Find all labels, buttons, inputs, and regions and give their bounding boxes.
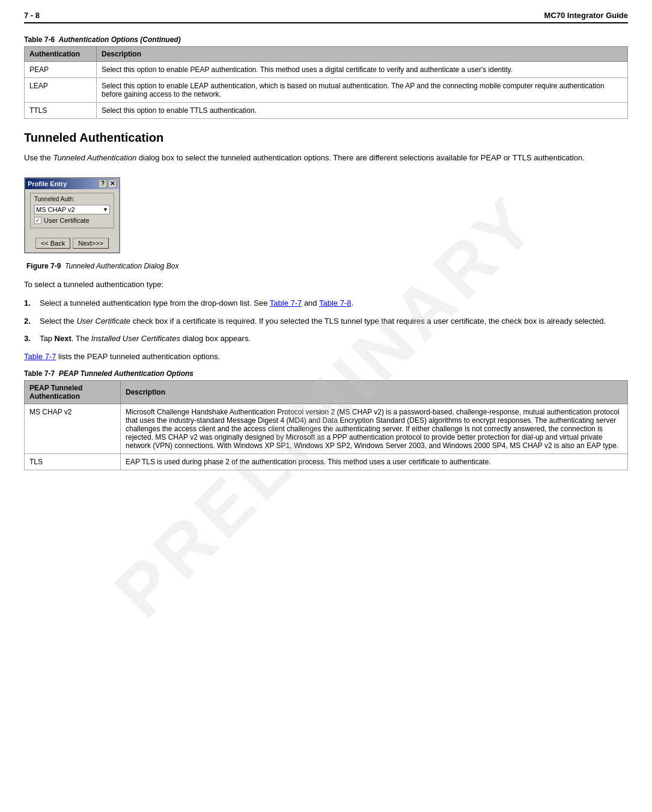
dialog-title: Profile Entry xyxy=(28,180,67,187)
table7-7-link[interactable]: Table 7-7 xyxy=(270,298,302,308)
table7-row1-desc: Microsoft Challenge Handshake Authentica… xyxy=(121,404,628,454)
dialog-footer: << Back Next>>> xyxy=(25,235,119,252)
table6-row1-auth: PEAP xyxy=(25,62,97,78)
table6-col1-header: Authentication xyxy=(25,47,97,62)
table7-row2-desc: EAP TLS is used during phase 2 of the au… xyxy=(121,454,628,470)
table6-row3-desc: Select this option to enable TTLS authen… xyxy=(97,103,628,119)
table7-row2-auth: TLS xyxy=(25,454,121,470)
page-number: 7 - 8 xyxy=(24,11,40,20)
step3-text: Tap Next. The Installed User Certificate… xyxy=(40,333,251,345)
table6: Authentication Description PEAP Select t… xyxy=(24,46,628,119)
dialog-help-button[interactable]: ? xyxy=(99,180,107,188)
back-button[interactable]: << Back xyxy=(35,238,70,249)
table7-col2-header: Description xyxy=(121,381,628,404)
table6-row2-auth: LEAP xyxy=(25,78,97,103)
table7-col1-header: PEAP Tunneled Authentication xyxy=(25,381,121,404)
tunneled-auth-body: Use the Tunneled Authentication dialog b… xyxy=(24,152,628,164)
step1: 1. Select a tunneled authentication type… xyxy=(24,297,628,309)
step2-num: 2. xyxy=(24,315,35,327)
dialog-titlebar-buttons: ? ✕ xyxy=(99,180,117,188)
page-header: 7 - 8 MC70 Integrator Guide xyxy=(24,11,628,23)
instructions-list: 1. Select a tunneled authentication type… xyxy=(24,297,628,345)
book-title: MC70 Integrator Guide xyxy=(544,11,628,20)
table6-row2-desc: Select this option to enable LEAP authen… xyxy=(97,78,628,103)
dialog-close-button[interactable]: ✕ xyxy=(108,180,117,188)
next-button[interactable]: Next>>> xyxy=(73,238,109,249)
step2-text: Select the User Certificate check box if… xyxy=(40,315,606,327)
page-container: 7 - 8 MC70 Integrator Guide Table 7-6 Au… xyxy=(0,0,652,505)
table6-col2-header: Description xyxy=(97,47,628,62)
step1-num: 1. xyxy=(24,297,35,309)
figure9-caption: Figure 7-9 Tunneled Authentication Dialo… xyxy=(26,262,628,270)
table-row: MS CHAP v2 Microsoft Challenge Handshake… xyxy=(25,404,628,454)
dropdown-arrow-icon: ▼ xyxy=(103,207,108,213)
table7-8-link[interactable]: Table 7-8 xyxy=(319,298,351,308)
user-certificate-label: User Certificate xyxy=(44,217,90,224)
instructions-intro: To select a tunneled authentication type… xyxy=(24,279,628,291)
tunneled-auth-group-label: Tunneled Auth: xyxy=(34,196,110,202)
profile-entry-dialog[interactable]: Profile Entry ? ✕ Tunneled Auth: MS CHAP… xyxy=(24,177,120,253)
table6-row1-desc: Select this option to enable PEAP authen… xyxy=(97,62,628,78)
dialog-titlebar: Profile Entry ? ✕ xyxy=(25,178,119,189)
figure9-label-italic: Tunneled Authentication Dialog Box xyxy=(65,262,178,270)
table-row: PEAP Select this option to enable PEAP a… xyxy=(25,62,628,78)
tunneled-auth-select[interactable]: MS CHAP v2 ▼ xyxy=(34,205,110,214)
step3-num: 3. xyxy=(24,333,35,345)
table6-row3-auth: TTLS xyxy=(25,103,97,119)
step2: 2. Select the User Certificate check box… xyxy=(24,315,628,327)
tunneled-auth-select-value: MS CHAP v2 xyxy=(36,206,75,213)
table7-7-ref-link[interactable]: Table 7-7 xyxy=(24,352,56,361)
user-certificate-row: ✓ User Certificate xyxy=(34,217,110,224)
table7-title: Table 7-7 PEAP Tunneled Authentication O… xyxy=(24,369,628,378)
table7-intro: Table 7-7 lists the PEAP tunneled authen… xyxy=(24,351,628,363)
step3: 3. Tap Next. The Installed User Certific… xyxy=(24,333,628,345)
table-row: TTLS Select this option to enable TTLS a… xyxy=(25,103,628,119)
tunneled-auth-group: Tunneled Auth: MS CHAP v2 ▼ ✓ User Certi… xyxy=(30,193,114,228)
table-row: LEAP Select this option to enable LEAP a… xyxy=(25,78,628,103)
section-heading-tunneled: Tunneled Authentication xyxy=(24,131,628,145)
table7-row1-auth: MS CHAP v2 xyxy=(25,404,121,454)
user-certificate-checkbox[interactable]: ✓ xyxy=(34,217,41,224)
table6-title: Table 7-6 Authentication Options (Contin… xyxy=(24,35,628,44)
table-row: TLS EAP TLS is used during phase 2 of th… xyxy=(25,454,628,470)
dialog-body: Tunneled Auth: MS CHAP v2 ▼ ✓ User Certi… xyxy=(25,189,119,235)
step1-text: Select a tunneled authentication type fr… xyxy=(40,297,353,309)
figure9-label-bold: Figure 7-9 xyxy=(26,262,61,270)
table7: PEAP Tunneled Authentication Description… xyxy=(24,380,628,470)
